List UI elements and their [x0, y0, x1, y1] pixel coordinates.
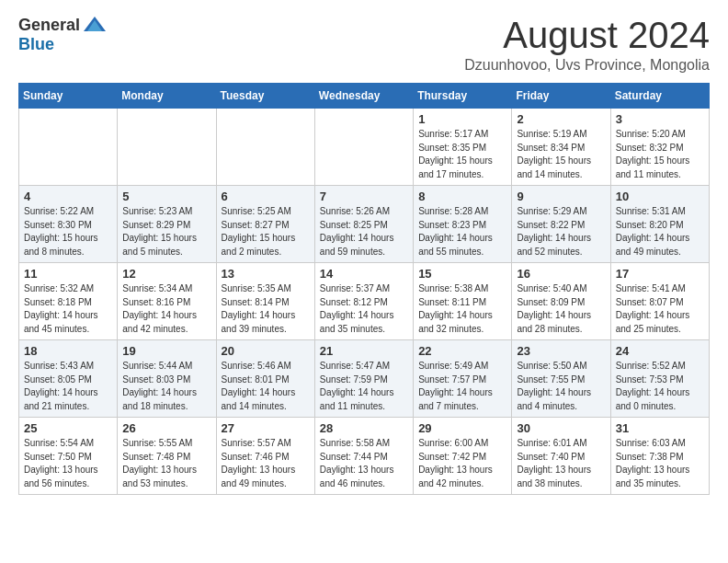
calendar-cell: 31Sunrise: 6:03 AM Sunset: 7:38 PM Dayli…	[610, 418, 709, 495]
day-number: 15	[418, 267, 506, 281]
header-row: Sunday Monday Tuesday Wednesday Thursday…	[19, 84, 710, 109]
logo-icon	[82, 15, 108, 35]
day-number: 8	[418, 190, 506, 203]
day-info: Sunrise: 6:03 AM Sunset: 7:38 PM Dayligh…	[616, 437, 704, 490]
day-number: 9	[517, 190, 605, 203]
day-info: Sunrise: 5:23 AM Sunset: 8:29 PM Dayligh…	[122, 205, 210, 259]
calendar-cell: 24Sunrise: 5:52 AM Sunset: 7:53 PM Dayli…	[610, 340, 709, 418]
calendar-week-2: 4Sunrise: 5:22 AM Sunset: 8:30 PM Daylig…	[19, 186, 710, 263]
day-number: 27	[222, 421, 310, 435]
day-info: Sunrise: 5:52 AM Sunset: 7:53 PM Dayligh…	[616, 360, 704, 413]
day-number: 10	[616, 190, 704, 203]
day-info: Sunrise: 5:26 AM Sunset: 8:25 PM Dayligh…	[320, 205, 408, 259]
calendar-cell: 16Sunrise: 5:40 AM Sunset: 8:09 PM Dayli…	[512, 263, 610, 340]
day-number: 13	[222, 267, 310, 281]
day-number: 18	[24, 344, 112, 358]
calendar-cell: 18Sunrise: 5:43 AM Sunset: 8:05 PM Dayli…	[19, 340, 118, 418]
day-info: Sunrise: 6:00 AM Sunset: 7:42 PM Dayligh…	[418, 437, 506, 490]
day-info: Sunrise: 5:40 AM Sunset: 8:09 PM Dayligh…	[517, 282, 605, 336]
day-number: 16	[517, 267, 605, 281]
day-number: 14	[320, 267, 408, 281]
day-info: Sunrise: 5:31 AM Sunset: 8:20 PM Dayligh…	[616, 205, 704, 259]
calendar-cell: 11Sunrise: 5:32 AM Sunset: 8:18 PM Dayli…	[19, 263, 118, 340]
day-info: Sunrise: 5:35 AM Sunset: 8:14 PM Dayligh…	[222, 282, 310, 336]
day-info: Sunrise: 5:25 AM Sunset: 8:27 PM Dayligh…	[222, 205, 310, 259]
day-info: Sunrise: 5:19 AM Sunset: 8:34 PM Dayligh…	[517, 128, 605, 181]
calendar-cell: 9Sunrise: 5:29 AM Sunset: 8:22 PM Daylig…	[512, 186, 610, 263]
day-number: 17	[616, 267, 704, 281]
calendar-cell: 27Sunrise: 5:57 AM Sunset: 7:46 PM Dayli…	[216, 418, 314, 495]
calendar-cell: 22Sunrise: 5:49 AM Sunset: 7:57 PM Dayli…	[414, 340, 512, 418]
day-number: 31	[616, 421, 704, 435]
page-container: General Blue August 2024 Dzuunhovoo, Uvs…	[0, 0, 728, 513]
day-info: Sunrise: 5:41 AM Sunset: 8:07 PM Dayligh…	[616, 282, 704, 336]
location: Dzuunhovoo, Uvs Province, Mongolia	[464, 57, 710, 74]
title-block: August 2024 Dzuunhovoo, Uvs Province, Mo…	[464, 15, 710, 74]
calendar-week-4: 18Sunrise: 5:43 AM Sunset: 8:05 PM Dayli…	[19, 340, 710, 418]
calendar-cell: 10Sunrise: 5:31 AM Sunset: 8:20 PM Dayli…	[610, 186, 709, 263]
header: General Blue August 2024 Dzuunhovoo, Uvs…	[18, 15, 710, 74]
calendar-cell: 30Sunrise: 6:01 AM Sunset: 7:40 PM Dayli…	[512, 418, 610, 495]
col-tuesday: Tuesday	[216, 84, 314, 109]
day-info: Sunrise: 5:47 AM Sunset: 7:59 PM Dayligh…	[320, 360, 408, 413]
calendar-cell: 14Sunrise: 5:37 AM Sunset: 8:12 PM Dayli…	[314, 263, 413, 340]
calendar-cell: 7Sunrise: 5:26 AM Sunset: 8:25 PM Daylig…	[314, 186, 413, 263]
day-number: 26	[122, 421, 210, 435]
calendar-cell: 17Sunrise: 5:41 AM Sunset: 8:07 PM Dayli…	[610, 263, 709, 340]
col-friday: Friday	[512, 84, 610, 109]
calendar-week-1: 1Sunrise: 5:17 AM Sunset: 8:35 PM Daylig…	[19, 109, 710, 186]
calendar-cell: 21Sunrise: 5:47 AM Sunset: 7:59 PM Dayli…	[314, 340, 413, 418]
day-info: Sunrise: 5:49 AM Sunset: 7:57 PM Dayligh…	[418, 360, 506, 413]
day-info: Sunrise: 5:34 AM Sunset: 8:16 PM Dayligh…	[122, 282, 210, 336]
day-info: Sunrise: 5:17 AM Sunset: 8:35 PM Dayligh…	[418, 128, 506, 181]
calendar-cell: 8Sunrise: 5:28 AM Sunset: 8:23 PM Daylig…	[414, 186, 512, 263]
day-info: Sunrise: 5:54 AM Sunset: 7:50 PM Dayligh…	[24, 437, 112, 490]
day-info: Sunrise: 5:20 AM Sunset: 8:32 PM Dayligh…	[616, 128, 704, 181]
day-info: Sunrise: 5:44 AM Sunset: 8:03 PM Dayligh…	[122, 360, 210, 413]
calendar-cell	[19, 109, 118, 186]
logo-blue-text: Blue	[18, 35, 54, 54]
calendar-cell: 19Sunrise: 5:44 AM Sunset: 8:03 PM Dayli…	[118, 340, 216, 418]
day-number: 24	[616, 344, 704, 358]
day-number: 20	[222, 344, 310, 358]
day-number: 23	[517, 344, 605, 358]
logo-general-text: General	[18, 16, 80, 35]
calendar-cell: 15Sunrise: 5:38 AM Sunset: 8:11 PM Dayli…	[414, 263, 512, 340]
calendar-cell: 23Sunrise: 5:50 AM Sunset: 7:55 PM Dayli…	[512, 340, 610, 418]
day-info: Sunrise: 5:38 AM Sunset: 8:11 PM Dayligh…	[418, 282, 506, 336]
day-number: 5	[122, 190, 210, 203]
day-info: Sunrise: 5:37 AM Sunset: 8:12 PM Dayligh…	[320, 282, 408, 336]
day-number: 7	[320, 190, 408, 203]
day-number: 25	[24, 421, 112, 435]
col-wednesday: Wednesday	[314, 84, 413, 109]
day-number: 12	[122, 267, 210, 281]
calendar-week-5: 25Sunrise: 5:54 AM Sunset: 7:50 PM Dayli…	[19, 418, 710, 495]
day-number: 22	[418, 344, 506, 358]
day-info: Sunrise: 5:46 AM Sunset: 8:01 PM Dayligh…	[222, 360, 310, 413]
calendar-cell: 13Sunrise: 5:35 AM Sunset: 8:14 PM Dayli…	[216, 263, 314, 340]
calendar-cell: 4Sunrise: 5:22 AM Sunset: 8:30 PM Daylig…	[19, 186, 118, 263]
day-number: 1	[418, 112, 506, 126]
day-number: 11	[24, 267, 112, 281]
day-info: Sunrise: 5:50 AM Sunset: 7:55 PM Dayligh…	[517, 360, 605, 413]
day-info: Sunrise: 5:57 AM Sunset: 7:46 PM Dayligh…	[222, 437, 310, 490]
day-info: Sunrise: 5:55 AM Sunset: 7:48 PM Dayligh…	[122, 437, 210, 490]
day-number: 30	[517, 421, 605, 435]
calendar-cell: 12Sunrise: 5:34 AM Sunset: 8:16 PM Dayli…	[118, 263, 216, 340]
day-info: Sunrise: 6:01 AM Sunset: 7:40 PM Dayligh…	[517, 437, 605, 490]
calendar-cell: 1Sunrise: 5:17 AM Sunset: 8:35 PM Daylig…	[414, 109, 512, 186]
col-saturday: Saturday	[610, 84, 709, 109]
month-year: August 2024	[464, 15, 710, 55]
day-info: Sunrise: 5:32 AM Sunset: 8:18 PM Dayligh…	[24, 282, 112, 336]
calendar-table: Sunday Monday Tuesday Wednesday Thursday…	[18, 83, 710, 495]
calendar-cell: 2Sunrise: 5:19 AM Sunset: 8:34 PM Daylig…	[512, 109, 610, 186]
col-sunday: Sunday	[19, 84, 118, 109]
calendar-cell: 3Sunrise: 5:20 AM Sunset: 8:32 PM Daylig…	[610, 109, 709, 186]
calendar-cell	[216, 109, 314, 186]
calendar-cell: 5Sunrise: 5:23 AM Sunset: 8:29 PM Daylig…	[118, 186, 216, 263]
calendar-body: 1Sunrise: 5:17 AM Sunset: 8:35 PM Daylig…	[19, 109, 710, 495]
day-info: Sunrise: 5:22 AM Sunset: 8:30 PM Dayligh…	[24, 205, 112, 259]
day-info: Sunrise: 5:28 AM Sunset: 8:23 PM Dayligh…	[418, 205, 506, 259]
col-thursday: Thursday	[414, 84, 512, 109]
day-number: 28	[320, 421, 408, 435]
